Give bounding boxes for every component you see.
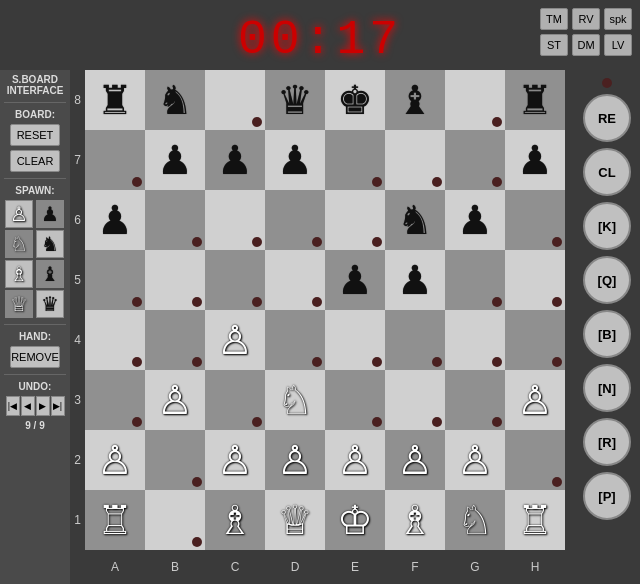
- spawn-black-knight[interactable]: ♞: [36, 230, 64, 258]
- square-D3[interactable]: ♘: [265, 370, 325, 430]
- square-F6[interactable]: ♞: [385, 190, 445, 250]
- reset-button[interactable]: RESET: [10, 124, 60, 146]
- tm-button[interactable]: TM: [540, 8, 568, 30]
- square-dot: [192, 297, 202, 307]
- square-F5[interactable]: ♟: [385, 250, 445, 310]
- square-D6[interactable]: [265, 190, 325, 250]
- square-C5[interactable]: [205, 250, 265, 310]
- square-dot: [252, 237, 262, 247]
- square-B7[interactable]: ♟: [145, 130, 205, 190]
- undo-prev-button[interactable]: ◀: [21, 396, 35, 416]
- undo-last-button[interactable]: ▶|: [51, 396, 65, 416]
- square-F1[interactable]: ♗: [385, 490, 445, 550]
- square-G3[interactable]: [445, 370, 505, 430]
- square-A2[interactable]: ♙: [85, 430, 145, 490]
- square-F2[interactable]: ♙: [385, 430, 445, 490]
- square-B5[interactable]: [145, 250, 205, 310]
- square-D5[interactable]: [265, 250, 325, 310]
- undo-first-button[interactable]: |◀: [6, 396, 20, 416]
- square-C8[interactable]: [205, 70, 265, 130]
- rv-button[interactable]: RV: [572, 8, 600, 30]
- square-B3[interactable]: ♙: [145, 370, 205, 430]
- square-B6[interactable]: [145, 190, 205, 250]
- right-btn-N[interactable]: [N]: [583, 364, 631, 412]
- square-H3[interactable]: ♙: [505, 370, 565, 430]
- right-btn-P[interactable]: [P]: [583, 472, 631, 520]
- square-A1[interactable]: ♖: [85, 490, 145, 550]
- square-dot: [252, 417, 262, 427]
- square-E7[interactable]: [325, 130, 385, 190]
- spk-button[interactable]: spk: [604, 8, 632, 30]
- square-E3[interactable]: [325, 370, 385, 430]
- square-H7[interactable]: ♟: [505, 130, 565, 190]
- square-G2[interactable]: ♙: [445, 430, 505, 490]
- square-E1[interactable]: ♔: [325, 490, 385, 550]
- square-E5[interactable]: ♟: [325, 250, 385, 310]
- square-E2[interactable]: ♙: [325, 430, 385, 490]
- square-E8[interactable]: ♚: [325, 70, 385, 130]
- spawn-black-bishop[interactable]: ♝: [36, 260, 64, 288]
- square-H6[interactable]: [505, 190, 565, 250]
- square-F8[interactable]: ♝: [385, 70, 445, 130]
- right-btn-CL[interactable]: CL: [583, 148, 631, 196]
- right-btn-Q[interactable]: [Q]: [583, 256, 631, 304]
- square-H1[interactable]: ♖: [505, 490, 565, 550]
- square-F7[interactable]: [385, 130, 445, 190]
- right-btn-RE[interactable]: RE: [583, 94, 631, 142]
- spawn-white-queen[interactable]: ♕: [5, 290, 33, 318]
- clear-button[interactable]: CLEAR: [10, 150, 60, 172]
- square-H8[interactable]: ♜: [505, 70, 565, 130]
- square-G1[interactable]: ♘: [445, 490, 505, 550]
- square-E4[interactable]: [325, 310, 385, 370]
- right-btn-K[interactable]: [K]: [583, 202, 631, 250]
- undo-next-button[interactable]: ▶: [36, 396, 50, 416]
- square-G7[interactable]: [445, 130, 505, 190]
- square-A5[interactable]: [85, 250, 145, 310]
- square-G5[interactable]: [445, 250, 505, 310]
- spawn-white-knight[interactable]: ♘: [5, 230, 33, 258]
- square-F4[interactable]: [385, 310, 445, 370]
- square-H4[interactable]: [505, 310, 565, 370]
- square-D4[interactable]: [265, 310, 325, 370]
- square-H2[interactable]: [505, 430, 565, 490]
- square-C1[interactable]: ♗: [205, 490, 265, 550]
- square-A8[interactable]: ♜: [85, 70, 145, 130]
- square-D7[interactable]: ♟: [265, 130, 325, 190]
- square-C3[interactable]: [205, 370, 265, 430]
- square-D2[interactable]: ♙: [265, 430, 325, 490]
- square-dot: [372, 237, 382, 247]
- spawn-white-bishop[interactable]: ♗: [5, 260, 33, 288]
- square-G6[interactable]: ♟: [445, 190, 505, 250]
- piece-wP-C2: ♙: [217, 440, 253, 480]
- spawn-black-pawn[interactable]: ♟: [36, 200, 64, 228]
- square-F3[interactable]: [385, 370, 445, 430]
- square-H5[interactable]: [505, 250, 565, 310]
- square-dot: [552, 297, 562, 307]
- square-A6[interactable]: ♟: [85, 190, 145, 250]
- square-C2[interactable]: ♙: [205, 430, 265, 490]
- square-B1[interactable]: [145, 490, 205, 550]
- remove-button[interactable]: REMOVE: [10, 346, 60, 368]
- lv-button[interactable]: LV: [604, 34, 632, 56]
- square-B2[interactable]: [145, 430, 205, 490]
- square-A3[interactable]: [85, 370, 145, 430]
- square-D8[interactable]: ♛: [265, 70, 325, 130]
- square-E6[interactable]: [325, 190, 385, 250]
- right-btn-B[interactable]: [B]: [583, 310, 631, 358]
- dm-button[interactable]: DM: [572, 34, 600, 56]
- square-A4[interactable]: [85, 310, 145, 370]
- spawn-black-queen[interactable]: ♛: [36, 290, 64, 318]
- square-C7[interactable]: ♟: [205, 130, 265, 190]
- square-B4[interactable]: [145, 310, 205, 370]
- square-C4[interactable]: ♙: [205, 310, 265, 370]
- square-C6[interactable]: [205, 190, 265, 250]
- st-button[interactable]: ST: [540, 34, 568, 56]
- square-G4[interactable]: [445, 310, 505, 370]
- square-dot: [252, 297, 262, 307]
- square-B8[interactable]: ♞: [145, 70, 205, 130]
- right-btn-R[interactable]: [R]: [583, 418, 631, 466]
- spawn-white-pawn[interactable]: ♙: [5, 200, 33, 228]
- square-A7[interactable]: [85, 130, 145, 190]
- square-D1[interactable]: ♕: [265, 490, 325, 550]
- square-G8[interactable]: [445, 70, 505, 130]
